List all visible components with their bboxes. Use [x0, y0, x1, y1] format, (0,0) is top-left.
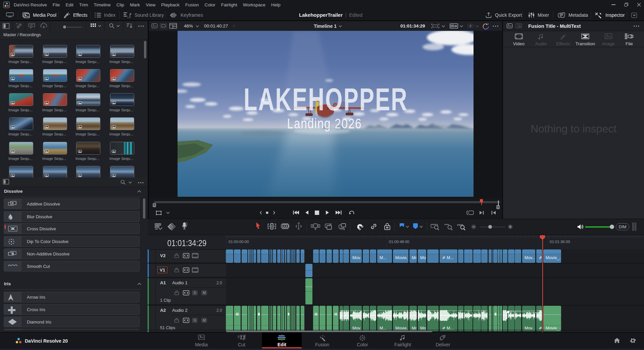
svg-text:Landing 2026: Landing 2026 — [287, 116, 362, 131]
svg-text:LAKEHOPPER: LAKEHOPPER — [244, 81, 408, 117]
svg-text:HQ: HQ — [455, 25, 457, 27]
